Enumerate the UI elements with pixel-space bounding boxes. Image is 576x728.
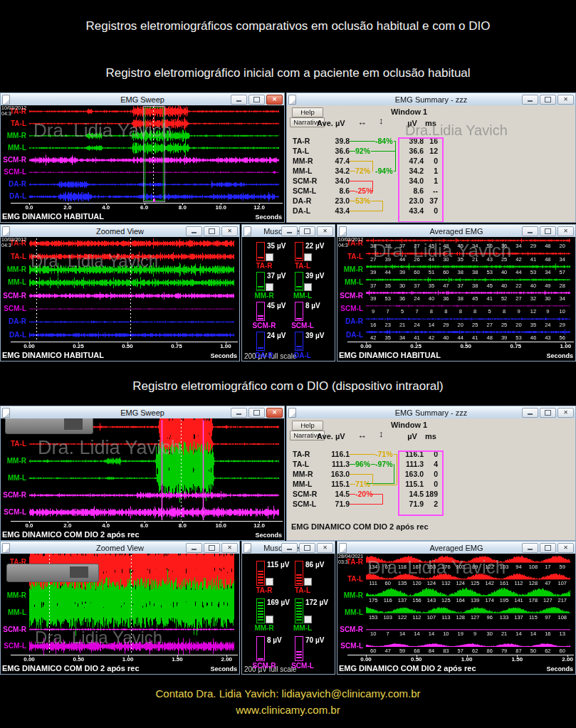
level-channel-label: TA-L [286,586,319,594]
level-channel-label: TA-L [286,262,319,270]
level-value: 8 µV [305,302,335,310]
symmetry-percent: 71% [355,480,377,488]
seconds-label: Seconds [255,532,282,539]
zoomed-plot[interactable]: TA-RTA-LMM-RMM-LSCM-RSCM-L0.000.501.001.… [1,554,239,664]
threshold-handle[interactable] [266,253,273,261]
maximize-button[interactable] [540,226,556,236]
channel-label-scm-l: SCM-L [2,642,26,650]
help-button[interactable]: Help [292,107,323,117]
titlebar[interactable]: Muscle Levels ✕ [242,542,335,554]
close-icon[interactable]: ✕ [221,543,238,553]
channel-label-da-l: DA-L [2,192,26,200]
close-icon[interactable]: ✕ [317,543,333,553]
minimize-button[interactable] [522,95,538,105]
summary-channel: SCM-L [293,186,321,195]
titlebar[interactable]: Averaged EMG ✕ [337,225,575,238]
datestamp: 10/03/201204:3 [1,105,26,117]
titlebar[interactable]: EMG Sweep ✕ [1,406,284,419]
threshold-handle[interactable] [266,616,273,623]
threshold-handle[interactable] [304,616,312,623]
document-icon [339,226,347,236]
summary-channel: SCM-R [293,176,321,185]
vertical-arrow-icon: ↕ [379,115,384,126]
maximize-button[interactable] [299,543,315,553]
level-bar [256,561,265,586]
titlebar[interactable]: EMG Sweep ✕ [1,93,284,106]
emg-sweep-plot[interactable]: TA-RTA-LMM-RMM-LSCM-RSCM-L0.02.04.06.08.… [1,418,284,530]
threshold-handle[interactable] [304,283,312,291]
minimize-button[interactable] [522,543,538,553]
threshold-handle[interactable] [304,253,312,261]
horizontal-arrow-icon: ↔ [357,430,367,441]
seconds-label: Seconds [210,352,237,359]
maximize-button[interactable] [540,543,556,553]
comparison-link-line [350,151,355,152]
level-bar [295,636,303,661]
close-icon[interactable]: ✕ [266,408,283,418]
x-axis-tick: 0.50 [411,656,422,663]
comparison-link-line [371,201,382,201]
maximize-button[interactable] [204,226,220,236]
channel-label-ta-l: TA-L [2,120,26,127]
maximize-button[interactable] [540,408,556,418]
level-bar [256,636,265,661]
minimize-button[interactable] [231,95,247,105]
close-icon[interactable]: ✕ [317,226,333,236]
titlebar[interactable]: Zoomed View ✕ [1,225,239,238]
col-header-ave: Ave. µV [317,432,345,441]
close-icon[interactable]: ✕ [557,95,574,105]
averaged-plot[interactable]: TA-R3838372745484534563634294820TA-L2739… [337,237,575,351]
threshold-handle[interactable] [304,578,312,586]
zoomed-plot[interactable]: TA-RTA-LMM-RMM-LSCM-RSCM-LDA-RDA-L0.000.… [1,237,239,351]
zoomed-view-window-dio: Zoomed View ✕ TA-RTA-LMM-RMM-LSCM-RSCM-L… [0,541,240,675]
minimize-button[interactable] [281,543,298,553]
channel-label-ta-l: TA-L [2,253,26,260]
titlebar[interactable]: Muscle Levels ✕ [242,225,335,238]
close-icon[interactable]: ✕ [221,226,238,236]
x-axis-tick: 8.0 [179,204,187,211]
maximize-button[interactable] [248,95,265,105]
close-icon[interactable]: ✕ [266,95,283,105]
selected-values-box [398,137,444,222]
caption-bar: EMG DINAMICO COM DIO 2 após rec Seconds [337,664,575,674]
x-axis-tick: 0.00 [23,656,35,663]
comparison-link-line [371,191,373,191]
watermark: Dra. Lidia Yavich [33,120,172,142]
averaged-emg-window-habitual: Averaged EMG ✕ TA-R383837274548453456363… [337,224,576,362]
summary-channel: MM-R [293,470,321,478]
help-button[interactable]: Help [292,421,323,431]
close-icon[interactable]: ✕ [557,226,574,236]
minimize-button[interactable] [231,408,247,418]
threshold-handle[interactable] [266,578,273,586]
x-axis-tick: 1.50 [172,656,183,663]
maximize-button[interactable] [540,95,556,105]
minimize-button[interactable] [522,408,538,418]
summary-ave-value: 47.4 [320,157,350,165]
close-icon[interactable]: ✕ [557,408,574,418]
x-axis-tick: 1.00 [560,343,572,349]
maximize-button[interactable] [248,408,265,418]
minimize-button[interactable] [186,226,202,236]
averaged-plot[interactable]: TA-R134671181671531761038912210394108175… [337,554,575,664]
x-axis-tick: 1.00 [122,656,134,663]
close-icon[interactable]: ✕ [557,543,574,553]
titlebar[interactable]: Zoomed View ✕ [1,542,239,554]
horizontal-arrow-icon: ↔ [357,117,367,127]
titlebar[interactable]: Averaged EMG ✕ [337,542,575,554]
maximize-button[interactable] [204,543,220,553]
website-line[interactable]: www.clinicamy.com.br [0,702,576,718]
summary-ave-value: 71.9 [320,500,350,508]
minimize-button[interactable] [522,226,538,236]
channel-label-scm-r: SCM-R [2,156,26,164]
titlebar[interactable]: EMG Summary - zzz ✕ [287,93,575,106]
contact-footer: Contato Dra. Lidia Yavich: lidiayavich@c… [0,685,576,718]
minimize-button[interactable] [186,543,202,553]
minimize-button[interactable] [281,226,298,236]
comparison-link-line [394,171,396,172]
maximize-button[interactable] [299,226,315,236]
titlebar[interactable]: EMG Summary - zzz ✕ [287,406,575,419]
x-axis-tick: 0.0 [25,204,33,211]
emg-sweep-plot[interactable]: TA-RTA-LMM-RMM-LSCM-RSCM-LDA-RDA-L0.02.0… [1,105,284,212]
summary-ave-value: 36.6 [320,147,350,155]
threshold-handle[interactable] [266,283,273,291]
